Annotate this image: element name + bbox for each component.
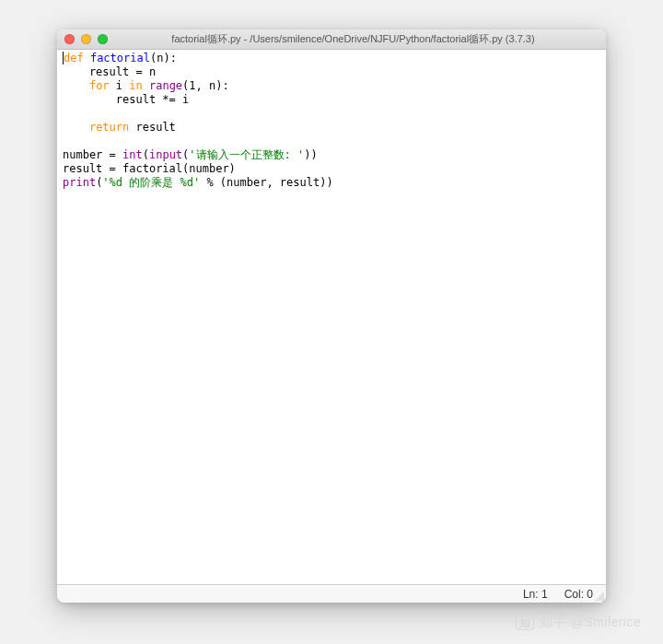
token-plain bbox=[63, 121, 89, 134]
code-line bbox=[63, 135, 600, 148]
token-plain: result = factorial(number) bbox=[63, 162, 236, 175]
token-plain: result *= i bbox=[63, 93, 189, 106]
titlebar[interactable]: factorial循环.py - /Users/smilence/OneDriv… bbox=[57, 29, 606, 50]
statusbar: Ln: 1 Col: 0 bbox=[57, 584, 606, 603]
editor-window: factorial循环.py - /Users/smilence/OneDriv… bbox=[57, 29, 606, 603]
token-kw: in bbox=[129, 79, 142, 92]
code-line: return result bbox=[63, 121, 600, 135]
token-builtin: input bbox=[149, 148, 182, 161]
watermark-text: 知乎 @Smilence bbox=[540, 615, 641, 631]
code-line: number = int(input('请输入一个正整数: ')) bbox=[63, 148, 600, 162]
token-plain: result bbox=[129, 121, 176, 134]
code-editor[interactable]: def factorial(n): result = n for i in ra… bbox=[57, 50, 606, 584]
col-value: 0 bbox=[587, 588, 593, 601]
token-plain: )) bbox=[304, 148, 317, 161]
code-line: for i in range(1, n): bbox=[63, 79, 600, 93]
status-col: Col: 0 bbox=[564, 588, 593, 601]
token-builtin: range bbox=[149, 79, 182, 92]
token-plain: (n): bbox=[150, 52, 177, 64]
token-plain: number = bbox=[63, 148, 122, 161]
code-line: result = factorial(number) bbox=[63, 162, 600, 176]
token-plain: (1, n): bbox=[182, 79, 229, 92]
token-builtin: int bbox=[122, 148, 143, 161]
code-line: print('%d 的阶乘是 %d' % (number, result)) bbox=[63, 176, 600, 190]
code-line: def factorial(n): bbox=[63, 52, 600, 65]
token-def: factorial bbox=[90, 52, 150, 64]
ln-label: Ln: bbox=[523, 588, 539, 601]
token-str: '请输入一个正整数: ' bbox=[189, 148, 304, 161]
code-line: result = n bbox=[63, 65, 600, 79]
token-builtin: print bbox=[63, 176, 96, 189]
token-plain: result = n bbox=[63, 65, 156, 78]
token-plain: ( bbox=[143, 148, 149, 161]
token-plain: i bbox=[110, 79, 130, 92]
resize-grip-icon[interactable] bbox=[593, 590, 604, 601]
token-kw: for bbox=[89, 79, 110, 92]
token-str: '%d 的阶乘是 %d' bbox=[102, 176, 200, 189]
window-title: factorial循环.py - /Users/smilence/OneDriv… bbox=[71, 32, 599, 46]
ln-value: 1 bbox=[541, 588, 548, 601]
col-label: Col: bbox=[564, 588, 584, 601]
code-line bbox=[63, 107, 600, 121]
code-line: result *= i bbox=[63, 93, 600, 107]
token-kw: return bbox=[89, 121, 129, 134]
zhihu-logo-icon: 知 bbox=[516, 615, 535, 630]
token-plain bbox=[84, 52, 90, 64]
token-kw: def bbox=[64, 52, 84, 64]
token-plain bbox=[143, 79, 149, 92]
status-line: Ln: 1 bbox=[523, 588, 548, 601]
watermark: 知 知乎 @Smilence bbox=[516, 615, 641, 631]
token-plain: % (number, result)) bbox=[200, 176, 333, 189]
token-plain bbox=[63, 79, 89, 92]
